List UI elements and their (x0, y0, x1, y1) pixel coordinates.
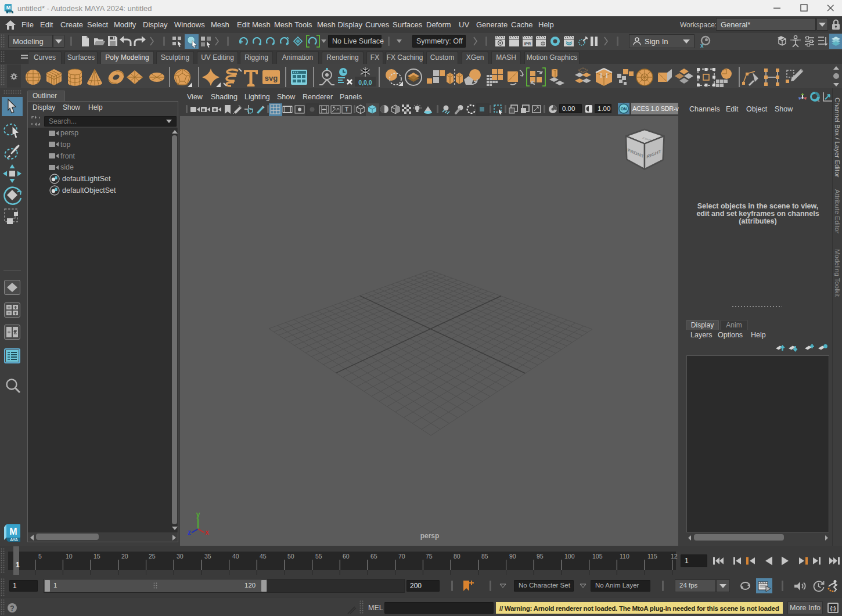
svg-text:?: ? (10, 604, 14, 613)
svg-text:{;}: {;} (830, 606, 836, 611)
